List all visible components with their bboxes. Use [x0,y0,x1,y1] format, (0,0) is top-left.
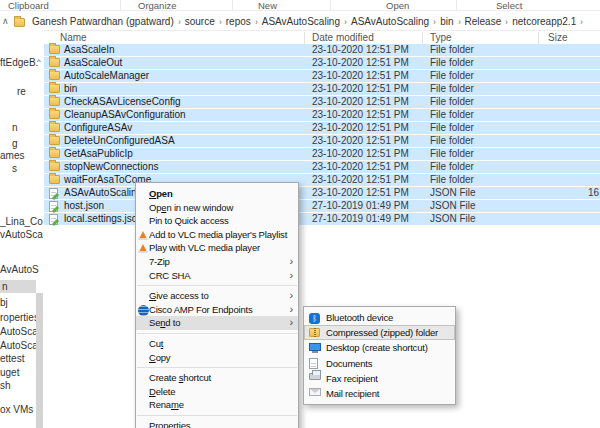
context-menu-item-delete[interactable]: Delete [136,385,298,399]
context-menu-item-play-with-vlc-media-player[interactable]: Play with VLC media player [136,241,298,255]
nav-tree-item[interactable]: ames [0,150,24,161]
file-date-modified: 23-10-2020 12:51 PM [312,70,409,82]
context-menu-item-give-access-to[interactable]: Give access to› [136,289,298,303]
send-to-item-documents[interactable]: Documents [304,356,455,371]
ribbon-group-select[interactable]: Select [496,0,522,11]
context-menu-item-cut[interactable]: Cut [136,337,298,351]
file-row[interactable]: waitForAsaToCome23-10-2020 12:51 PMFile … [44,174,600,186]
nav-tree-item[interactable]: bj [0,297,8,308]
breadcrumb-chevron-icon[interactable]: › [433,17,435,27]
file-type: File folder [430,57,474,69]
column-separator[interactable] [538,32,539,44]
ribbon-group-clipboard[interactable]: Clipboard [8,0,49,11]
column-header-size[interactable]: Size [548,32,567,43]
menu-item-label: Send to [149,317,180,328]
nav-tree-item[interactable]: AutoScal [0,340,40,351]
file-date-modified: 23-10-2020 12:51 PM [312,44,409,56]
file-name: local.settings.json [64,213,143,225]
ribbon-group-new[interactable]: New [258,0,277,11]
send-to-item-desktop-create-shortcut[interactable]: Desktop (create shortcut) [304,340,455,355]
context-menu-item-add-to-vlc-media-player-s-playlist[interactable]: Add to VLC media player's Playlist [136,228,298,242]
file-row[interactable]: ConfigureASAv23-10-2020 12:51 PMFile fol… [44,122,600,134]
menu-item-label: Cisco AMP For Endpoints [149,304,252,315]
breadcrumb-chevron-icon[interactable]: › [178,17,180,27]
nav-tree-item[interactable]: s [12,163,17,174]
nav-tree-item[interactable]: uget [0,367,19,378]
up-arrow-icon[interactable]: ∧ [2,16,9,26]
address-bar[interactable]: ∧ Ganesh Patwardhan (gpatward)›source›re… [0,12,600,31]
file-row[interactable]: CheckASAvLicenseConfig23-10-2020 12:51 P… [44,96,600,108]
send-to-item-mail-recipient[interactable]: Mail recipient [304,386,455,401]
nav-tree-item[interactable]: sh [0,380,11,391]
file-type: File folder [430,83,474,95]
context-menu-item-copy[interactable]: Copy [136,351,298,365]
file-row[interactable]: AsaScaleOut23-10-2020 12:51 PMFile folde… [44,57,600,69]
breadcrumb-chevron-icon[interactable]: › [255,17,257,27]
context-menu-item-crc-sha[interactable]: CRC SHA› [136,269,298,283]
breadcrumb-chevron-icon[interactable]: › [219,17,221,27]
file-explorer-window: Clipboard Organize New Open Select ∧ Gan… [0,0,600,428]
menu-item-label: Delete [149,386,175,397]
column-header-date[interactable]: Date modified [312,32,374,43]
nav-tree-item[interactable]: n [0,280,36,293]
file-name: host.json [64,200,104,212]
fax-icon [309,373,321,380]
file-row[interactable]: DeleteUnConfiguredASA23-10-2020 12:51 PM… [44,135,600,147]
breadcrumb-item[interactable]: Ganesh Patwardhan (gpatward) [32,16,174,27]
context-menu-item-rename[interactable]: Rename [136,398,298,412]
nav-tree-item[interactable]: vAutoSca [0,229,43,240]
send-to-item-bluetooth-device[interactable]: ᛒBluetooth device [304,310,455,325]
nav-tree-item[interactable]: n [12,122,18,133]
send-to-item-compressed-zipped-folder[interactable]: Compressed (zipped) folder [304,325,455,340]
file-row[interactable]: stopNewConnections23-10-2020 12:51 PMFil… [44,161,600,173]
breadcrumb-chevron-icon[interactable]: › [506,17,508,27]
context-menu-item-open[interactable]: Open [136,187,298,201]
file-row[interactable]: bin23-10-2020 12:51 PMFile folder [44,83,600,95]
breadcrumb: Ganesh Patwardhan (gpatward)›source›repo… [32,16,587,27]
file-row[interactable]: AsaScaleIn23-10-2020 12:51 PMFile folder [44,44,600,56]
nav-tree-item[interactable]: ox VMs [0,404,33,415]
context-menu-item-send-to[interactable]: Send to› [136,316,298,330]
nav-tree-item[interactable]: g [12,138,18,149]
context-menu-item-open-in-new-window[interactable]: Open in new window [136,201,298,215]
nav-tree-item[interactable]: AutoScal [0,326,40,337]
breadcrumb-item[interactable]: repos [226,16,251,27]
column-separator[interactable] [422,32,423,44]
file-row[interactable]: host.json27-10-2019 01:49 PMJSON File [44,200,600,212]
file-row[interactable]: GetAsaPublicIp23-10-2020 12:51 PMFile fo… [44,148,600,160]
column-header-name[interactable]: Name [60,32,87,43]
context-menu-item-pin-to-quick-access[interactable]: Pin to Quick access [136,214,298,228]
file-row[interactable]: ASAvAutoScaling.d23-10-2020 12:51 PMJSON… [44,187,600,199]
breadcrumb-item[interactable]: ASAvAutoScaling [351,16,429,27]
nav-tree-item[interactable]: re [17,86,26,97]
nav-tree-item[interactable]: AvAutoS [0,264,39,275]
send-to-item-fax-recipient[interactable]: Fax recipient [304,371,455,386]
breadcrumb-item[interactable]: netcoreapp2.1 [512,16,576,27]
context-menu-item-7-zip[interactable]: 7-Zip› [136,255,298,269]
breadcrumb-item[interactable]: source [185,16,215,27]
context-menu-item-cisco-amp-for-endpoints[interactable]: Cisco AMP For Endpoints› [136,303,298,317]
breadcrumb-chevron-icon[interactable]: › [344,17,346,27]
file-row[interactable]: AutoScaleManager23-10-2020 12:51 PMFile … [44,70,600,82]
nav-tree-item[interactable]: _Lina_Co [0,216,43,227]
file-type: File folder [430,122,474,134]
file-row[interactable]: CleanupASAvConfiguration23-10-2020 12:51… [44,109,600,121]
breadcrumb-chevron-icon[interactable]: › [458,17,460,27]
context-menu-item-properties[interactable]: Properties [136,419,298,428]
nav-tree-item[interactable]: ftEdgeB. [0,57,38,68]
context-menu-item-create-shortcut[interactable]: Create shortcut [136,371,298,385]
json-file-icon [49,188,58,199]
nav-tree-item[interactable]: ettest [0,353,24,364]
ribbon-group-organize[interactable]: Organize [138,0,177,11]
column-separator[interactable] [304,32,305,44]
breadcrumb-item[interactable]: Release [465,16,502,27]
nav-pane-scrollbar[interactable] [36,293,43,428]
nav-tree-item[interactable]: roperties [0,312,39,323]
file-row[interactable]: local.settings.json27-10-2019 01:49 PMJS… [44,213,600,225]
collapse-chevron-icon[interactable]: ^ [37,57,41,66]
column-header-type[interactable]: Type [430,32,452,43]
breadcrumb-chevron-icon[interactable]: › [581,17,583,27]
breadcrumb-item[interactable]: bin [440,16,453,27]
ribbon-group-open[interactable]: Open [386,0,409,11]
breadcrumb-item[interactable]: ASAvAutoScaling [262,16,340,27]
